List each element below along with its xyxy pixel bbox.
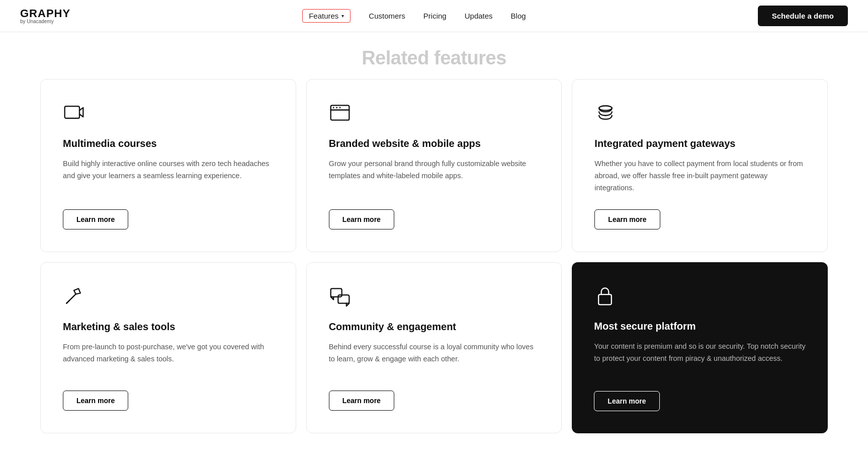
- learn-more-button-multimedia-courses[interactable]: Learn more: [63, 209, 128, 229]
- feature-desc-branded-website: Grow your personal brand through fully c…: [329, 158, 540, 194]
- feature-desc-payment-gateways: Whether you have to collect payment from…: [594, 158, 805, 194]
- nav-item-pricing[interactable]: Pricing: [423, 12, 447, 20]
- feature-title-community-engagement: Community & engagement: [329, 320, 540, 333]
- feature-desc-community-engagement: Behind every successful course is a loya…: [329, 341, 540, 375]
- svg-rect-0: [65, 106, 79, 118]
- chevron-down-icon: ▾: [341, 13, 344, 19]
- video-icon: [63, 102, 274, 127]
- nav-item-blog[interactable]: Blog: [511, 12, 526, 20]
- chat-icon: [329, 285, 540, 310]
- svg-point-3: [332, 107, 334, 109]
- browser-icon: [329, 102, 540, 127]
- brand-name: GRAPHY: [20, 8, 70, 19]
- feature-card-community-engagement: Community & engagement Behind every succ…: [306, 262, 562, 433]
- feature-card-marketing-tools: Marketing & sales tools From pre-launch …: [40, 262, 296, 433]
- feature-title-branded-website: Branded website & mobile apps: [329, 137, 540, 150]
- learn-more-button-branded-website[interactable]: Learn more: [329, 209, 394, 229]
- svg-point-4: [336, 107, 337, 109]
- feature-card-payment-gateways: Integrated payment gateways Whether you …: [572, 79, 828, 252]
- feature-desc-secure-platform: Your content is premium and so is our se…: [594, 341, 806, 376]
- lock-icon: [594, 284, 806, 310]
- svg-rect-7: [330, 288, 341, 297]
- feature-desc-marketing-tools: From pre-launch to post-purchase, we've …: [63, 341, 274, 375]
- nav-center: Features ▾ Customers Pricing Updates Blo…: [302, 9, 526, 23]
- svg-rect-9: [598, 294, 612, 304]
- nav-item-customers[interactable]: Customers: [369, 12, 405, 20]
- features-grid: Multimedia courses Build highly interact…: [0, 79, 868, 453]
- learn-more-button-secure-platform[interactable]: Learn more: [594, 391, 659, 411]
- feature-title-marketing-tools: Marketing & sales tools: [63, 320, 274, 333]
- feature-card-multimedia-courses: Multimedia courses Build highly interact…: [40, 79, 296, 252]
- learn-more-button-community-engagement[interactable]: Learn more: [329, 391, 394, 411]
- page-heading: Related features: [0, 32, 868, 79]
- learn-more-button-marketing-tools[interactable]: Learn more: [63, 391, 128, 411]
- feature-title-payment-gateways: Integrated payment gateways: [594, 137, 805, 150]
- logo: GRAPHY by Unacademy: [20, 8, 70, 24]
- hammer-icon: [63, 285, 274, 310]
- feature-card-branded-website: Branded website & mobile apps Grow your …: [306, 79, 562, 252]
- navbar: GRAPHY by Unacademy Features ▾ Customers…: [0, 0, 868, 32]
- payment-icon: [594, 102, 805, 127]
- svg-point-5: [339, 107, 340, 109]
- feature-card-secure-platform: Most secure platform Your content is pre…: [572, 262, 828, 433]
- svg-rect-8: [338, 295, 349, 303]
- schedule-demo-button[interactable]: Schedule a demo: [758, 6, 848, 26]
- nav-item-features[interactable]: Features ▾: [302, 9, 351, 23]
- feature-desc-multimedia-courses: Build highly interactive online courses …: [63, 158, 274, 194]
- brand-sub: by Unacademy: [20, 19, 70, 24]
- nav-item-updates[interactable]: Updates: [465, 12, 493, 20]
- feature-title-secure-platform: Most secure platform: [594, 320, 806, 333]
- learn-more-button-payment-gateways[interactable]: Learn more: [594, 209, 660, 229]
- feature-title-multimedia-courses: Multimedia courses: [63, 137, 274, 150]
- svg-point-6: [599, 106, 612, 110]
